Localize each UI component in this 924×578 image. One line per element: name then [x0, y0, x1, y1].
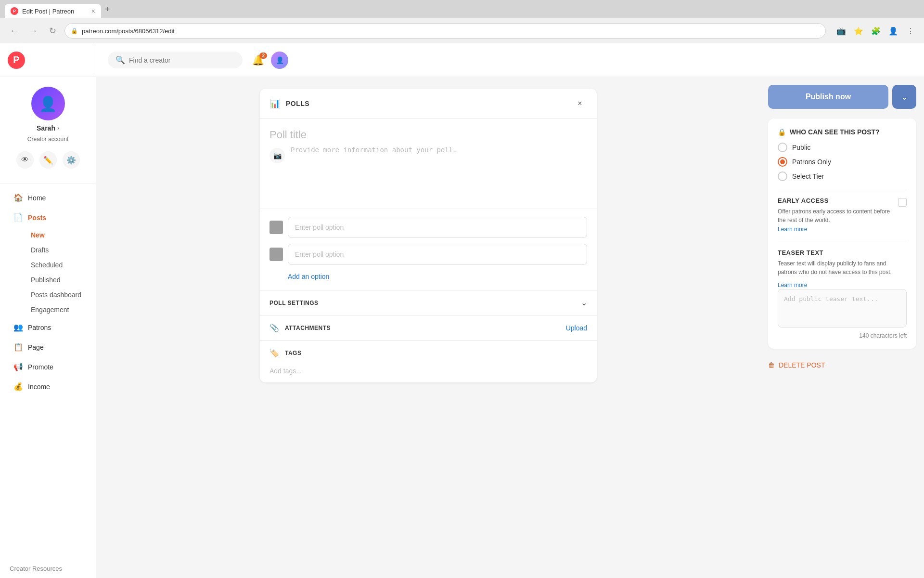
sidebar-item-drafts[interactable]: Drafts	[21, 243, 92, 257]
refresh-btn[interactable]: ↻	[45, 24, 60, 38]
publish-dropdown-btn[interactable]: ⌄	[892, 85, 916, 109]
polls-header-icon: 📊	[270, 98, 280, 109]
visibility-option-select-tier[interactable]: Select Tier	[778, 171, 907, 181]
back-btn[interactable]: ←	[7, 24, 21, 38]
extensions-icon[interactable]: 🧩	[869, 24, 883, 38]
poll-option-input-1[interactable]	[288, 217, 587, 238]
post-editor: 📊 POLLS × 📷	[260, 89, 597, 382]
tag-icon: 🏷️	[270, 348, 279, 357]
poll-title-input[interactable]	[260, 119, 597, 146]
close-poll-btn[interactable]: ×	[573, 96, 587, 111]
tab-close-btn[interactable]: ×	[91, 7, 95, 15]
radio-select-tier	[778, 171, 787, 181]
sidebar-item-income[interactable]: 💰 Income	[4, 377, 92, 396]
sidebar-item-new[interactable]: New	[21, 228, 92, 242]
profile-icon[interactable]: 👤	[886, 24, 900, 38]
tags-input[interactable]	[260, 365, 597, 382]
address-bar[interactable]: 🔒 patreon.com/posts/68056312/edit	[64, 23, 826, 39]
poll-settings-header[interactable]: POLL SETTINGS ⌄	[260, 290, 597, 315]
sidebar-item-published[interactable]: Published	[21, 273, 92, 287]
poll-option-input-2[interactable]	[288, 244, 587, 265]
radio-patrons-only	[778, 157, 787, 167]
promote-icon: 📢	[13, 362, 23, 371]
lock-icon: 🔒	[778, 128, 786, 136]
visibility-title: 🔒 WHO CAN SEE THIS POST?	[778, 128, 907, 136]
tab-favicon: P	[11, 7, 18, 15]
search-icon: 🔍	[116, 55, 125, 65]
radio-public	[778, 143, 787, 152]
browser-tab[interactable]: P Edit Post | Patreon ×	[5, 4, 101, 18]
teaser-input[interactable]	[778, 289, 907, 328]
sidebar-item-posts-dashboard[interactable]: Posts dashboard	[21, 288, 92, 302]
poll-settings-title: POLL SETTINGS	[270, 300, 319, 306]
sidebar-item-patrons[interactable]: 👥 Patrons	[4, 318, 92, 337]
forward-btn[interactable]: →	[26, 24, 40, 38]
poll-settings-section: POLL SETTINGS ⌄	[260, 290, 597, 315]
poll-option-checkbox-2	[270, 248, 283, 261]
tags-header: 🏷️ TAGS	[260, 341, 597, 365]
early-access-title: EARLY ACCESS	[778, 197, 898, 204]
attachments-section: 📎 ATTACHMENTS Upload	[260, 315, 597, 340]
user-avatar[interactable]: 👤	[271, 52, 288, 69]
poll-description-area: 📷	[260, 146, 597, 209]
tags-section: 🏷️ TAGS	[260, 340, 597, 382]
main-content: 📊 POLLS × 📷	[96, 77, 760, 578]
creator-resources-link[interactable]: Creator Resources	[0, 559, 96, 578]
poll-image-btn[interactable]: 📷	[270, 148, 285, 163]
sidebar-item-page[interactable]: 📋 Page	[4, 338, 92, 356]
teaser-char-count: 140 characters left	[778, 332, 907, 339]
sidebar-item-engagement[interactable]: Engagement	[21, 302, 92, 317]
chevron-down-icon: ⌄	[901, 92, 908, 102]
search-input[interactable]	[129, 56, 235, 64]
visibility-option-public[interactable]: Public	[778, 143, 907, 152]
publish-actions: Publish now ⌄	[768, 85, 916, 109]
sidebar-item-scheduled[interactable]: Scheduled	[21, 258, 92, 272]
sidebar-profile: 👤 Sarah › Creator account 👁 ✏️ ⚙️	[0, 77, 96, 184]
cast-icon[interactable]: 📺	[834, 24, 848, 38]
sidebar-item-promote[interactable]: 📢 Promote	[4, 357, 92, 376]
ssl-lock-icon: 🔒	[71, 27, 78, 34]
attachments-header: 📎 ATTACHMENTS Upload	[260, 315, 597, 340]
profile-edit-btn[interactable]: ✏️	[39, 151, 57, 169]
new-tab-btn[interactable]: +	[101, 4, 114, 14]
teaser-learn-more[interactable]: Learn more	[778, 282, 807, 289]
attachment-icon: 📎	[270, 323, 279, 332]
profile-view-btn[interactable]: 👁	[16, 151, 34, 169]
delete-post-btn[interactable]: 🗑 DELETE POST	[768, 356, 825, 374]
visibility-label-public: Public	[792, 144, 810, 151]
tags-title: TAGS	[285, 350, 301, 356]
right-sidebar: Publish now ⌄ 🔒 WHO CAN SEE THIS POST?	[760, 77, 924, 578]
patrons-icon: 👥	[13, 323, 23, 332]
tab-title: Edit Post | Patreon	[22, 8, 74, 15]
teaser-title: TEASER TEXT	[778, 249, 907, 256]
visibility-options: Public Patrons Only	[778, 143, 907, 181]
income-icon: 💰	[13, 382, 23, 391]
early-access-checkbox[interactable]	[898, 198, 907, 207]
home-icon: 🏠	[13, 193, 23, 202]
sidebar-item-home[interactable]: 🏠 Home	[4, 188, 92, 207]
publish-now-btn[interactable]: Publish now	[768, 85, 888, 109]
more-options-icon[interactable]: ⋮	[904, 24, 917, 38]
chevron-down-icon: ⌄	[581, 298, 587, 307]
teaser-section: TEASER TEXT Teaser text will display pub…	[778, 241, 907, 339]
profile-name: Sarah ›	[37, 124, 59, 132]
bookmark-icon[interactable]: ⭐	[852, 24, 865, 38]
avatar: 👤	[31, 87, 65, 120]
visibility-card: 🔒 WHO CAN SEE THIS POST? Public	[768, 118, 916, 349]
profile-settings-btn[interactable]: ⚙️	[63, 151, 80, 169]
notification-badge: 2	[259, 53, 267, 59]
poll-options-area: Add an option	[260, 209, 597, 290]
upload-btn[interactable]: Upload	[566, 324, 587, 332]
delete-section: 🗑 DELETE POST	[768, 356, 916, 374]
notification-btn[interactable]: 🔔 2	[252, 54, 264, 66]
page-icon: 📋	[13, 342, 23, 352]
poll-option-checkbox-1	[270, 221, 283, 234]
sidebar-item-posts[interactable]: 📄 Posts	[4, 208, 92, 227]
post-card: 📊 POLLS × 📷	[260, 89, 597, 382]
early-access-learn-more[interactable]: Learn more	[778, 226, 807, 233]
add-option-btn[interactable]: Add an option	[288, 271, 329, 282]
search-bar[interactable]: 🔍	[108, 52, 243, 68]
visibility-option-patrons-only[interactable]: Patrons Only	[778, 157, 907, 167]
poll-description-input[interactable]	[291, 146, 587, 204]
trash-icon: 🗑	[768, 361, 775, 369]
